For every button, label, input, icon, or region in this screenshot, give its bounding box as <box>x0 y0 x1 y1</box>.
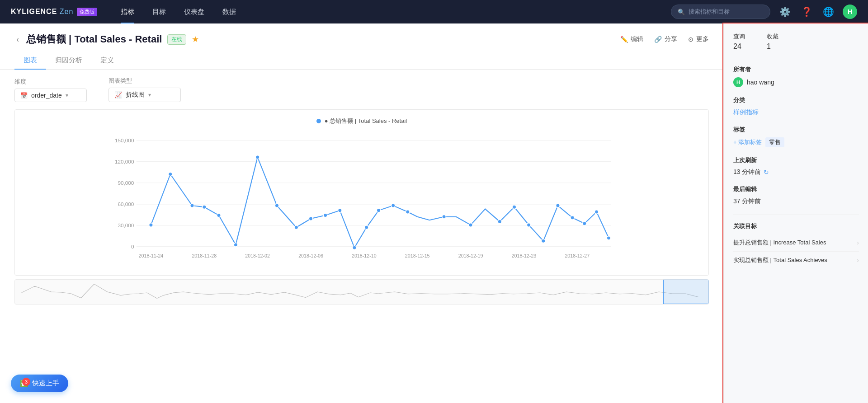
line-chart-svg: 150,000 120,000 90,000 60,000 30,000 0 2… <box>22 131 701 266</box>
header-actions: ✏️ 编辑 🔗 分享 ⊙ 更多 <box>620 35 709 43</box>
svg-point-33 <box>353 246 357 250</box>
svg-point-28 <box>275 204 279 208</box>
search-placeholder: 搜索指标和目标 <box>689 8 730 16</box>
svg-point-42 <box>527 223 531 227</box>
tags-section: 标签 + 添加标签 零售 <box>733 126 859 147</box>
user-avatar[interactable]: H <box>843 5 857 19</box>
top-navigation: KYLIGENCE Zen 免费版 指标 目标 仪表盘 数据 🔍 搜索指标和目标… <box>0 0 868 23</box>
svg-text:2018-12-02: 2018-12-02 <box>245 253 270 258</box>
divider-2 <box>733 215 859 215</box>
tab-chart[interactable]: 图表 <box>14 52 46 69</box>
nav-item-metrics[interactable]: 指标 <box>112 0 143 23</box>
edit-button[interactable]: ✏️ 编辑 <box>620 35 643 43</box>
query-stat: 查询 24 <box>733 33 745 51</box>
quick-start-label: 快速上手 <box>32 379 59 388</box>
svg-point-38 <box>442 215 446 219</box>
nav-item-goals[interactable]: 目标 <box>143 0 175 23</box>
status-badge: 在线 <box>167 34 186 45</box>
stats-row: 查询 24 收藏 1 <box>733 33 859 51</box>
collect-value: 1 <box>767 42 778 51</box>
svg-point-44 <box>556 204 560 208</box>
chevron-down-icon-2: ▾ <box>148 92 151 98</box>
legend-dot <box>316 119 321 123</box>
chart-type-select[interactable]: 📈 折线图 ▾ <box>108 88 181 102</box>
refresh-icon[interactable]: ↻ <box>764 169 769 176</box>
tag-item: 零售 <box>765 137 784 147</box>
svg-point-41 <box>512 205 516 209</box>
page-header: ‹ 总销售额 | Total Sales - Retail 在线 ★ ✏️ 编辑… <box>0 23 723 46</box>
divider-1 <box>733 58 859 58</box>
dimension-control: 维度 📅 order_date ▾ <box>14 78 87 102</box>
svg-text:2018-11-24: 2018-11-24 <box>139 253 164 258</box>
collect-label: 收藏 <box>767 33 778 41</box>
calendar-icon: 📅 <box>20 92 28 99</box>
svg-point-47 <box>594 210 599 214</box>
chevron-right-icon-1: › <box>857 239 859 246</box>
mini-chart-svg <box>15 280 708 304</box>
more-button[interactable]: ⊙ 更多 <box>688 35 709 43</box>
last-edit-section: 最后编辑 37 分钟前 <box>733 185 859 206</box>
more-icon: ⊙ <box>688 36 693 43</box>
language-icon[interactable]: 🌐 <box>821 5 835 19</box>
related-goal-2[interactable]: 实现总销售额 | Total Sales Achieves › <box>733 252 859 269</box>
svg-text:2018-12-10: 2018-12-10 <box>352 253 377 258</box>
owner-section: 所有者 H hao wang <box>733 66 859 87</box>
last-edit-label: 最后编辑 <box>733 185 859 193</box>
tab-attribution[interactable]: 归因分析 <box>46 52 91 69</box>
svg-point-21 <box>149 223 153 227</box>
mini-chart-highlight <box>663 280 708 304</box>
search-box[interactable]: 🔍 搜索指标和目标 <box>671 5 770 19</box>
category-link[interactable]: 样例指标 <box>733 108 759 116</box>
svg-point-29 <box>294 225 298 230</box>
category-label: 分类 <box>733 96 859 104</box>
page-title-area: ‹ 总销售额 | Total Sales - Retail 在线 ★ <box>14 33 199 46</box>
logo-text: KYLIGENCE Zen <box>11 8 73 16</box>
share-button[interactable]: 🔗 分享 <box>654 35 677 43</box>
right-panel: 查询 24 收藏 1 所有者 H hao wang 分类 样例指标 标签 <box>723 23 868 403</box>
dimension-select[interactable]: 📅 order_date ▾ <box>14 89 87 102</box>
mini-chart[interactable] <box>14 279 709 305</box>
svg-point-25 <box>217 213 221 217</box>
nav-items: 指标 目标 仪表盘 数据 <box>112 0 671 23</box>
page-title: 总销售额 | Total Sales - Retail <box>26 33 162 46</box>
svg-point-34 <box>364 225 368 230</box>
svg-point-30 <box>309 217 313 221</box>
settings-icon[interactable]: ⚙️ <box>778 5 792 19</box>
tags-label: 标签 <box>733 126 859 134</box>
svg-point-45 <box>571 216 575 220</box>
category-section: 分类 样例指标 <box>733 96 859 117</box>
tag-row: + 添加标签 零售 <box>733 137 859 147</box>
svg-text:2018-12-15: 2018-12-15 <box>405 253 430 258</box>
related-goals-section: 关联目标 提升总销售额 | Increase Total Sales › 实现总… <box>733 222 859 269</box>
svg-text:90,000: 90,000 <box>118 180 134 186</box>
svg-point-37 <box>406 210 410 214</box>
nav-item-data[interactable]: 数据 <box>213 0 245 23</box>
help-icon[interactable]: ❓ <box>799 5 814 19</box>
badge-count: 3 <box>22 378 30 386</box>
star-icon[interactable]: ★ <box>192 34 199 44</box>
quick-start-icon-wrap: ✅ 3 <box>20 380 28 388</box>
chart-legend: ● 总销售额 | Total Sales - Retail <box>22 117 701 125</box>
svg-point-48 <box>607 236 611 240</box>
back-button[interactable]: ‹ <box>14 33 21 46</box>
svg-text:150,000: 150,000 <box>115 137 134 143</box>
add-tag-button[interactable]: + 添加标签 <box>733 138 762 146</box>
svg-text:30,000: 30,000 <box>118 222 134 228</box>
svg-point-26 <box>234 243 238 247</box>
nav-item-dashboard[interactable]: 仪表盘 <box>175 0 213 23</box>
related-goal-1[interactable]: 提升总销售额 | Increase Total Sales › <box>733 234 859 252</box>
svg-text:2018-12-06: 2018-12-06 <box>298 253 323 258</box>
svg-point-32 <box>338 209 342 213</box>
tab-definition[interactable]: 定义 <box>91 52 123 69</box>
query-value: 24 <box>733 42 745 51</box>
collect-stat: 收藏 1 <box>767 33 778 51</box>
related-goals-label: 关联目标 <box>733 222 859 230</box>
svg-point-23 <box>190 204 194 208</box>
svg-text:2018-11-28: 2018-11-28 <box>192 253 217 258</box>
chart-type-label: 图表类型 <box>108 77 181 85</box>
nav-right: 🔍 搜索指标和目标 ⚙️ ❓ 🌐 H <box>671 5 857 19</box>
query-label: 查询 <box>733 33 745 41</box>
tabs-row: 图表 归因分析 定义 <box>0 46 723 70</box>
quick-start-button[interactable]: ✅ 3 快速上手 <box>11 375 68 392</box>
refresh-label: 上次刷新 <box>733 156 859 164</box>
